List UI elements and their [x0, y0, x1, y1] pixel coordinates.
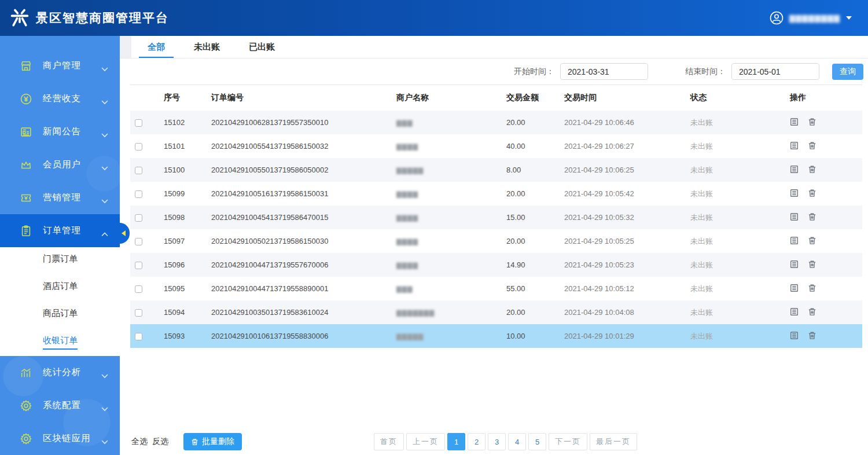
chevron-down-icon — [846, 16, 852, 20]
view-detail-icon[interactable] — [790, 189, 799, 199]
sidebar-item-5[interactable]: 营销管理 — [0, 181, 120, 214]
row-checkbox[interactable] — [135, 285, 142, 293]
sidebar-item-3[interactable]: 新闻公告 — [0, 115, 120, 148]
sidebar-item-2[interactable]: 经营收支 — [0, 82, 120, 115]
table-row[interactable]: 151012021042910055413719586150032▇▇▇▇40.… — [130, 134, 862, 158]
page-button-5[interactable]: 5 — [528, 433, 546, 450]
cell-order-no: 2021042910051613719586150031 — [211, 182, 396, 206]
row-checkbox[interactable] — [135, 167, 142, 174]
column-header: 状态 — [690, 85, 790, 111]
cell-time: 2021-04-29 10:06:46 — [564, 111, 690, 134]
chevron-down-icon — [101, 370, 108, 375]
pagination-下一页[interactable]: 下一页 — [549, 433, 587, 450]
end-time-input[interactable] — [731, 63, 819, 80]
pagination-首页[interactable]: 首页 — [374, 433, 404, 450]
column-header: 操作 — [790, 85, 862, 111]
view-detail-icon[interactable] — [790, 307, 799, 318]
row-checkbox[interactable] — [135, 143, 142, 151]
table-row[interactable]: 150972021042910050213719586150030▇▇▇▇20.… — [130, 229, 862, 253]
cell-time: 2021-04-29 10:05:23 — [564, 253, 690, 277]
row-checkbox[interactable] — [135, 262, 142, 269]
column-header: 订单编号 — [211, 85, 396, 111]
cell-amount: 20.00 — [506, 229, 564, 253]
delete-row-icon[interactable] — [808, 165, 816, 175]
row-checkbox[interactable] — [135, 238, 142, 245]
row-checkbox[interactable] — [135, 309, 142, 317]
delete-row-icon[interactable] — [808, 212, 816, 223]
tab-未出账[interactable]: 未出账 — [194, 36, 220, 58]
delete-row-icon[interactable] — [808, 118, 816, 128]
row-checkbox[interactable] — [135, 214, 142, 222]
cell-merchant-masked: ▇▇▇▇ — [396, 214, 418, 222]
view-detail-icon[interactable] — [790, 212, 799, 223]
row-checkbox[interactable] — [135, 333, 142, 340]
view-detail-icon[interactable] — [790, 284, 799, 294]
cell-order-no: 2021042910010613719558830006 — [211, 324, 396, 348]
delete-row-icon[interactable] — [808, 236, 816, 247]
row-checkbox[interactable] — [135, 119, 142, 127]
delete-row-icon[interactable] — [808, 189, 816, 199]
sidebar-item-1[interactable]: 商户管理 — [0, 49, 120, 82]
start-time-label: 开始时间： — [514, 67, 554, 77]
table-row[interactable]: 150992021042910051613719586150031▇▇▇▇20.… — [130, 182, 862, 206]
table-row[interactable]: 150932021042910010613719558830006▇▇▇▇▇10… — [130, 324, 862, 348]
cell-order-no: 2021042910035013719583610024 — [211, 300, 396, 324]
table-row[interactable]: 150952021042910044713719558890001▇▇▇55.0… — [130, 277, 862, 300]
table-row[interactable]: 151002021042910055013719586050002▇▇▇▇▇8.… — [130, 158, 862, 182]
pagination-最后一页[interactable]: 最后一页 — [590, 433, 637, 450]
sidebar-item-8[interactable]: 系统配置 — [0, 389, 120, 422]
delete-row-icon[interactable] — [808, 331, 816, 342]
cell-seq: 15096 — [164, 253, 211, 277]
sidebar-item-6[interactable]: 订单管理 — [0, 214, 120, 247]
view-detail-icon[interactable] — [790, 236, 799, 247]
sidebar-item-4[interactable]: 会员用户 — [0, 148, 120, 181]
cell-order-no: 2021042910044713719557670006 — [211, 253, 396, 277]
pagination-上一页[interactable]: 上一页 — [406, 433, 445, 450]
user-menu[interactable]: ▇▇▇▇▇▇▇▇ — [770, 0, 852, 36]
table-row[interactable]: 150982021042910045413719586470015▇▇▇▇15.… — [130, 206, 862, 229]
submenu-item-label: 商品订单 — [43, 308, 78, 322]
delete-row-icon[interactable] — [808, 260, 816, 270]
cell-time: 2021-04-29 10:01:29 — [564, 324, 690, 348]
submenu-item[interactable]: 收银订单 — [0, 329, 120, 356]
select-all-link[interactable]: 全选 — [131, 436, 148, 447]
table-row[interactable]: 150962021042910044713719557670006▇▇▇▇14.… — [130, 253, 862, 277]
delete-row-icon[interactable] — [808, 307, 816, 318]
bulk-actions: 全选 反选 批量删除 — [131, 433, 242, 450]
page-button-2[interactable]: 2 — [468, 433, 486, 450]
submenu-item[interactable]: 门票订单 — [0, 247, 120, 274]
cell-time: 2021-04-29 10:05:25 — [564, 229, 690, 253]
view-detail-icon[interactable] — [790, 260, 799, 270]
chevron-down-icon — [101, 403, 108, 408]
page-button-4[interactable]: 4 — [508, 433, 526, 450]
submenu-item-label: 酒店订单 — [43, 281, 78, 295]
search-button[interactable]: 查询 — [832, 64, 863, 80]
invert-selection-link[interactable]: 反选 — [152, 436, 168, 447]
batch-delete-button[interactable]: 批量删除 — [183, 433, 242, 450]
submenu-item[interactable]: 商品订单 — [0, 302, 120, 329]
view-detail-icon[interactable] — [790, 141, 799, 152]
cell-order-no: 2021042910044713719558890001 — [211, 277, 396, 300]
start-time-input[interactable] — [560, 63, 648, 80]
shop-icon — [19, 59, 33, 73]
cell-amount: 40.00 — [506, 134, 564, 158]
view-detail-icon[interactable] — [790, 165, 799, 175]
delete-row-icon[interactable] — [808, 141, 816, 152]
tab-全部[interactable]: 全部 — [148, 36, 165, 58]
page-button-3[interactable]: 3 — [488, 433, 506, 450]
tab-已出账[interactable]: 已出账 — [249, 36, 275, 58]
cell-merchant-masked: ▇▇▇ — [396, 285, 413, 293]
row-checkbox[interactable] — [135, 190, 142, 198]
column-header: 序号 — [164, 85, 211, 111]
view-detail-icon[interactable] — [790, 118, 799, 128]
view-detail-icon[interactable] — [790, 331, 799, 342]
page-button-1[interactable]: 1 — [447, 433, 465, 450]
cell-amount: 14.90 — [506, 253, 564, 277]
submenu-item[interactable]: 酒店订单 — [0, 274, 120, 302]
sidebar-item-7[interactable]: 统计分析 — [0, 356, 120, 389]
chevron-down-icon — [101, 97, 108, 101]
table-row[interactable]: 150942021042910035013719583610024▇▇▇▇▇▇▇… — [130, 300, 862, 324]
sidebar-item-9[interactable]: 区块链应用 — [0, 422, 120, 455]
delete-row-icon[interactable] — [808, 284, 816, 294]
table-row[interactable]: 151022021042910062813719557350010▇▇▇20.0… — [130, 111, 862, 134]
